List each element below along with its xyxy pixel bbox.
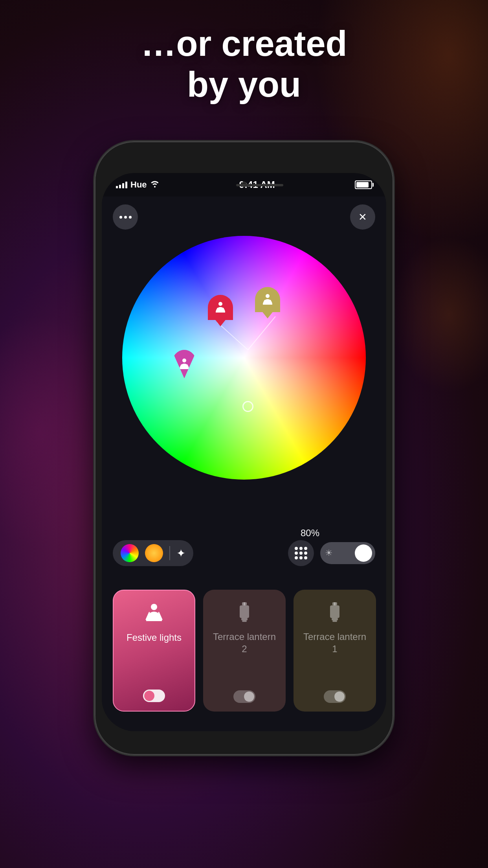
- effects-button[interactable]: ✦: [176, 547, 185, 560]
- grid-dot-2: [299, 547, 303, 550]
- grid-dot-4: [295, 552, 298, 555]
- tool-divider: [169, 546, 170, 560]
- light-cards: Festive lights: [102, 590, 386, 712]
- brightness-icon: ☀: [325, 548, 333, 558]
- svg-rect-16: [241, 618, 248, 620]
- headline-line2: by you: [0, 64, 488, 105]
- color-picker-button[interactable]: [121, 544, 139, 562]
- terrace-lantern-2-icon: [233, 601, 256, 626]
- grid-dot-1: [295, 547, 298, 550]
- grid-dot-8: [299, 556, 303, 559]
- status-right: [355, 180, 372, 189]
- svg-rect-15: [240, 605, 249, 618]
- grid-dot-6: [304, 552, 307, 555]
- brightness-percent: 80%: [301, 528, 319, 539]
- light-card-terrace-lantern-1[interactable]: Terrace lantern 1: [294, 590, 376, 712]
- headline-line1: …or created: [0, 24, 488, 64]
- warm-color-button[interactable]: [145, 544, 163, 562]
- carrier-name: Hue: [130, 180, 147, 190]
- headline: …or created by you: [0, 24, 488, 105]
- color-wheel[interactable]: [122, 236, 366, 480]
- person-icon-3: [261, 293, 274, 306]
- right-controls: ☀: [288, 540, 375, 566]
- person-icon-1: [178, 357, 191, 371]
- light-card-terrace-lantern-2[interactable]: Terrace lantern 2: [203, 590, 286, 712]
- close-icon: ✕: [358, 212, 367, 222]
- svg-point-8: [266, 294, 270, 298]
- festive-lights-icon: [142, 601, 166, 627]
- light-card-festive-lights[interactable]: Festive lights: [113, 590, 195, 712]
- grid-dot-7: [295, 556, 298, 559]
- svg-point-5: [218, 302, 222, 306]
- festive-lights-toggle[interactable]: [143, 690, 165, 702]
- light-pin-3[interactable]: [255, 287, 280, 318]
- terrace-lantern-1-icon: [323, 601, 347, 626]
- svg-rect-22: [332, 620, 337, 622]
- battery-icon: [355, 180, 372, 189]
- phone-frame: Hue 9:41 AM: [95, 142, 393, 755]
- grid-dot-3: [304, 547, 307, 550]
- grid-dot-9: [304, 556, 307, 559]
- phone-screen: Hue 9:41 AM: [102, 173, 386, 731]
- signal-bar-2: [119, 185, 121, 188]
- brightness-slider[interactable]: ☀: [320, 542, 375, 564]
- svg-line-0: [217, 322, 248, 350]
- svg-point-11: [151, 604, 157, 610]
- toggle-thumb-2: [244, 691, 254, 702]
- terrace-lantern-2-toggle[interactable]: [233, 690, 255, 703]
- signal-bar-4: [125, 182, 127, 188]
- toggle-thumb: [144, 691, 154, 701]
- color-wheel-container[interactable]: [122, 236, 366, 480]
- dot1: [119, 216, 122, 219]
- signal-bar-3: [122, 183, 124, 188]
- status-left: Hue: [116, 180, 160, 190]
- person-icon-2: [214, 301, 227, 314]
- wifi-icon: [150, 180, 160, 189]
- svg-point-2: [182, 359, 186, 362]
- dot2: [124, 216, 127, 219]
- speaker: [236, 184, 283, 186]
- festive-lights-label: Festive lights: [127, 631, 182, 644]
- close-button[interactable]: ✕: [350, 204, 375, 230]
- terrace-lantern-2-label: Terrace lantern 2: [209, 631, 279, 655]
- bottom-controls: ✦: [102, 540, 386, 566]
- dot3: [129, 216, 132, 219]
- signal-bars: [116, 181, 127, 188]
- scenes-icon: [295, 547, 307, 559]
- toggle-thumb-3: [334, 691, 345, 702]
- color-tools: ✦: [113, 540, 193, 566]
- light-pin-2[interactable]: [208, 295, 233, 326]
- light-pin-1[interactable]: [172, 350, 197, 378]
- top-buttons: ✕: [102, 204, 386, 230]
- signal-bar-1: [116, 186, 118, 188]
- svg-rect-20: [330, 605, 339, 618]
- svg-line-1: [248, 316, 275, 350]
- svg-rect-17: [242, 620, 247, 622]
- grid-dot-5: [299, 552, 303, 555]
- pin-connector-svg: [122, 236, 366, 480]
- more-icon: [119, 216, 132, 219]
- battery-fill: [356, 182, 369, 188]
- terrace-lantern-1-toggle[interactable]: [324, 690, 346, 703]
- brightness-thumb: [355, 544, 372, 562]
- app-content: ✕: [102, 197, 386, 731]
- terrace-lantern-1-label: Terrace lantern 1: [300, 631, 370, 655]
- connector-ring: [242, 401, 253, 412]
- svg-rect-21: [332, 618, 338, 620]
- scenes-button[interactable]: [288, 540, 314, 566]
- more-options-button[interactable]: [113, 204, 138, 230]
